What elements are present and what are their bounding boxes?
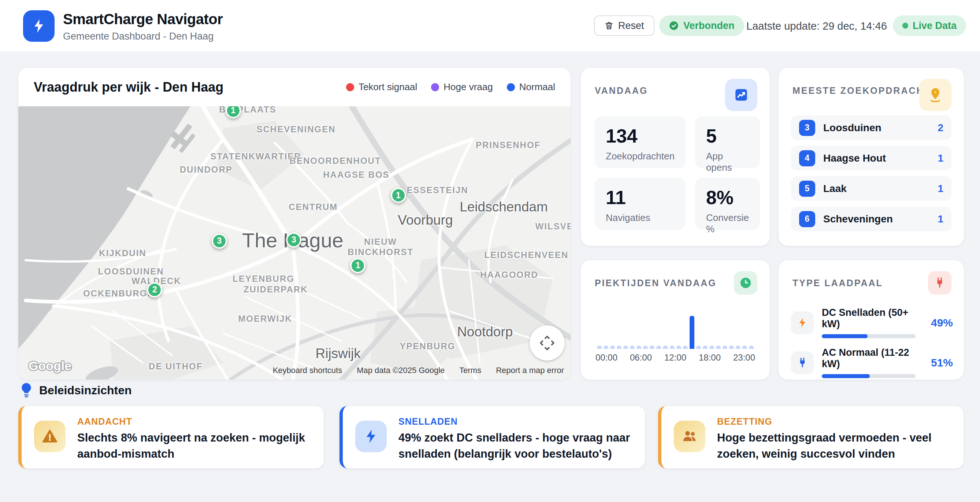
map-marker[interactable]: 1 <box>226 106 241 118</box>
stat-label: App opens <box>706 151 749 173</box>
charger-type-percent: 49% <box>922 317 953 329</box>
search-name: Scheveningen <box>823 213 893 225</box>
map-viewport[interactable]: BPLAATSSCHEVENINGENPRINSENHOFSTATENKWART… <box>18 106 571 379</box>
trash-icon <box>604 21 614 30</box>
map-pan-control[interactable] <box>530 325 565 360</box>
stat-value: 5 <box>706 125 749 147</box>
today-card: VANDAAG 134Zoekopdrachten5App opens11Nav… <box>581 68 770 246</box>
insight-text: 49% zoekt DC snelladers - hoge vraag naa… <box>398 430 632 462</box>
top-bar: SmartCharge Navigator Gemeente Dashboard… <box>0 0 980 52</box>
charger-type-progress-fill <box>822 334 867 338</box>
stat-value: 8% <box>706 186 749 209</box>
peak-bar <box>623 346 628 349</box>
map-legend: Tekort signaalHoge vraagNormaal <box>346 81 555 93</box>
map-marker[interactable]: 3 <box>212 233 227 249</box>
insight-text: Hoge bezettingsgraad vermoeden - veel zo… <box>717 430 950 462</box>
map-attribution-link[interactable]: Terms <box>459 366 481 375</box>
map-card: Vraagdruk per wijk - Den Haag Tekort sig… <box>18 68 571 379</box>
search-name: Laak <box>823 183 847 194</box>
legend-label: Hoge vraag <box>444 81 493 93</box>
charger-type-title: TYPE LAADPAAL <box>792 278 883 288</box>
insight-tag: SNELLADEN <box>398 416 632 427</box>
peak-bar <box>749 346 754 349</box>
reset-button[interactable]: Reset <box>594 15 654 36</box>
peak-bar <box>670 346 675 349</box>
peak-times-chip <box>734 271 757 295</box>
top-searches-list: 3Loosduinen24Haagse Hout15Laak16Scheveni… <box>791 115 951 237</box>
map-title: Vraagdruk per wijk - Den Haag <box>34 80 223 95</box>
search-count: 1 <box>937 183 943 194</box>
rank-badge: 4 <box>799 150 815 166</box>
insight-icon-chip <box>674 421 705 452</box>
charger-type-percent: 51% <box>922 357 953 369</box>
insight-body: SNELLADEN49% zoekt DC snelladers - hoge … <box>398 416 632 462</box>
insight-text: Slechts 8% navigeert na zoeken - mogelij… <box>77 430 310 462</box>
legend-dot-icon <box>346 83 354 91</box>
app-title: SmartCharge Navigator <box>63 11 223 27</box>
stat-label: Conversie % <box>706 212 749 235</box>
map-markers-layer: 113312 <box>18 106 571 379</box>
peak-bar <box>663 346 668 349</box>
search-list-item: 3Loosduinen2 <box>791 115 951 140</box>
insights-header: Beleidsinzichten <box>20 382 132 398</box>
users-icon <box>681 428 698 445</box>
map-data-copyright: Map data ©2025 Google <box>357 366 445 375</box>
live-data-badge: Live Data <box>893 15 966 36</box>
charger-type-progress-fill <box>822 374 870 378</box>
map-marker[interactable]: 3 <box>286 232 301 248</box>
search-name: Haagse Hout <box>823 153 886 164</box>
charger-type-rows: DC Snelladen (50+ kW)49%AC Normaal (11-2… <box>791 307 953 387</box>
axis-tick-label: 00:00 <box>595 352 617 363</box>
charger-type-card: TYPE LAADPAAL DC Snelladen (50+ kW)49%AC… <box>779 260 964 379</box>
last-update-text: Laatste update: 29 dec, 14:46 <box>746 20 887 32</box>
live-dot-icon <box>902 23 908 29</box>
charger-type-label: AC Normaal (11-22 kW) <box>822 347 916 370</box>
charger-type-chip <box>928 271 951 295</box>
insight-tag: BEZETTING <box>717 416 950 427</box>
pan-arrows-icon <box>537 333 557 353</box>
map-marker[interactable]: 2 <box>147 282 162 298</box>
peak-bar <box>729 346 734 349</box>
map-marker[interactable]: 1 <box>391 188 406 203</box>
peak-times-card: PIEKTIJDEN VANDAAG 00:0006:0012:0018:002… <box>581 260 770 379</box>
today-stats-grid: 134Zoekopdrachten5App opens11Navigaties8… <box>595 116 756 230</box>
peak-bar-spike <box>690 316 694 349</box>
peak-bar <box>716 346 721 349</box>
peak-bar <box>736 346 740 349</box>
map-pin-icon <box>927 87 943 103</box>
peak-bar <box>630 346 635 349</box>
insight-icon-chip <box>34 421 65 452</box>
peak-bar <box>597 346 602 349</box>
reset-label: Reset <box>618 20 644 32</box>
insight-body: AANDACHTSlechts 8% navigeert na zoeken -… <box>77 416 310 462</box>
today-card-chip <box>725 79 757 111</box>
google-logo[interactable]: Google <box>26 357 85 376</box>
search-count: 2 <box>937 122 943 134</box>
plug-icon <box>934 277 946 289</box>
app-subtitle: Gemeente Dashboard - Den Haag <box>63 31 213 42</box>
insight-icon-chip <box>355 421 387 452</box>
legend-item: Tekort signaal <box>346 81 417 93</box>
map-card-header: Vraagdruk per wijk - Den Haag Tekort sig… <box>18 68 571 106</box>
top-searches-chip <box>919 79 951 111</box>
peak-bar <box>676 346 681 349</box>
map-attribution-link[interactable]: Report a map error <box>496 366 564 375</box>
stat-label: Zoekopdrachten <box>606 151 675 162</box>
rank-badge: 3 <box>799 120 815 136</box>
insight-body: BEZETTINGHoge bezettingsgraad vermoeden … <box>717 416 950 462</box>
stat-value: 134 <box>606 125 675 147</box>
map-marker[interactable]: 1 <box>350 258 366 273</box>
charger-type-progress <box>822 334 916 338</box>
peak-bar <box>610 346 615 349</box>
search-name: Loosduinen <box>823 122 881 134</box>
axis-tick-label: 12:00 <box>664 352 686 363</box>
search-count: 1 <box>937 153 943 164</box>
insight-card: BEZETTINGHoge bezettingsgraad vermoeden … <box>658 406 964 468</box>
insight-card: SNELLADEN49% zoekt DC snelladers - hoge … <box>339 406 645 468</box>
peak-bar <box>722 346 727 349</box>
map-attribution-link[interactable]: Keyboard shortcuts <box>273 366 342 375</box>
stat-tile: 8%Conversie % <box>695 178 760 230</box>
peak-times-title: PIEKTIJDEN VANDAAG <box>595 278 717 288</box>
svg-text:Google: Google <box>29 359 72 373</box>
insight-card: AANDACHTSlechts 8% navigeert na zoeken -… <box>18 406 324 468</box>
